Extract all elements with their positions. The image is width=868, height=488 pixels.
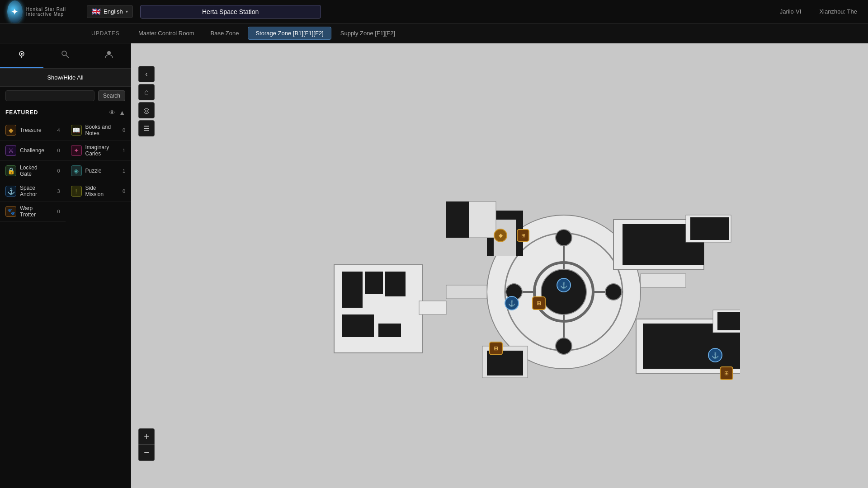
sidebar-user-icon[interactable] bbox=[87, 43, 131, 68]
svg-rect-37 bbox=[717, 312, 740, 330]
category-count-books: 0 bbox=[118, 127, 125, 133]
svg-text:⊞: ⊞ bbox=[724, 370, 729, 376]
svg-point-3 bbox=[62, 51, 66, 56]
language-label: English bbox=[104, 8, 123, 15]
sidebar-search-icon[interactable] bbox=[43, 43, 87, 68]
category-name-puzzle: Puzzle bbox=[85, 168, 115, 174]
svg-rect-12 bbox=[419, 301, 446, 314]
svg-line-4 bbox=[66, 55, 69, 58]
nav-location-jarilo[interactable]: Jarilo-VI bbox=[776, 6, 805, 17]
featured-header: FEATURED 👁 ▲ bbox=[0, 105, 131, 120]
side-mission-icon: ! bbox=[71, 186, 82, 197]
map-svg-container: ◆ ⊞ ⊞ ⊞ bbox=[333, 147, 740, 384]
svg-text:⊞: ⊞ bbox=[494, 345, 498, 352]
svg-text:⚓: ⚓ bbox=[508, 300, 516, 307]
svg-point-24 bbox=[605, 284, 622, 300]
zoom-in-button[interactable]: + bbox=[138, 428, 155, 445]
category-count-warp-trotter: 0 bbox=[53, 209, 60, 214]
category-grid: ◆ Treasure 4 📖 Books and Notes 0 ⚔ Chall… bbox=[0, 120, 131, 222]
marker-treasure-2[interactable]: ⊞ bbox=[517, 230, 529, 241]
marker-anchor-1[interactable]: ⚓ bbox=[505, 296, 519, 310]
category-name-books: Books and Notes bbox=[85, 124, 115, 136]
svg-rect-11 bbox=[378, 324, 401, 337]
map-svg: ◆ ⊞ ⊞ ⊞ bbox=[333, 147, 740, 382]
category-item-warp-trotter[interactable]: 🐾 Warp Trotter 0 bbox=[0, 202, 66, 222]
svg-rect-9 bbox=[385, 272, 406, 296]
category-item-space-anchor[interactable]: ⚓ Space Anchor 3 bbox=[0, 181, 66, 202]
map-target-button[interactable]: ◎ bbox=[138, 102, 155, 118]
eye-icon[interactable]: 👁 bbox=[109, 109, 115, 116]
svg-point-5 bbox=[107, 51, 111, 55]
svg-rect-32 bbox=[690, 217, 729, 240]
top-nav: ✦ Honkai Star Rail Interactive Map 🇬🇧 En… bbox=[0, 0, 868, 23]
map-area[interactable]: ‹ ⌂ ◎ ☰ + − bbox=[131, 43, 868, 488]
category-item-treasure[interactable]: ◆ Treasure 4 bbox=[0, 120, 66, 141]
chevron-down-icon: ▾ bbox=[126, 9, 128, 14]
zoom-out-button[interactable]: − bbox=[138, 445, 155, 461]
category-item-books[interactable]: 📖 Books and Notes 0 bbox=[66, 120, 131, 141]
treasure-icon: ◆ bbox=[5, 125, 16, 136]
search-button[interactable]: Search bbox=[98, 90, 125, 101]
nav-location-xianzhou[interactable]: Xianzhou: The bbox=[816, 6, 861, 17]
current-location-button[interactable]: Herta Space Station bbox=[140, 5, 321, 19]
map-list-button[interactable]: ☰ bbox=[138, 120, 155, 136]
category-item-challenge[interactable]: ⚔ Challenge 0 bbox=[0, 141, 66, 161]
category-name-locked-gate: Locked Gate bbox=[20, 164, 49, 177]
category-count-puzzle: 1 bbox=[118, 168, 125, 174]
category-name-space-anchor: Space Anchor bbox=[20, 185, 49, 197]
svg-rect-28 bbox=[446, 202, 469, 238]
logo-area: ✦ Honkai Star Rail Interactive Map bbox=[7, 0, 80, 23]
map-back-button[interactable]: ‹ bbox=[138, 66, 155, 82]
svg-text:⚓: ⚓ bbox=[560, 282, 568, 289]
category-count-treasure: 4 bbox=[53, 127, 60, 133]
category-name-warp-trotter: Warp Trotter bbox=[20, 205, 49, 218]
show-hide-all-button[interactable]: Show/Hide All bbox=[0, 69, 131, 87]
svg-rect-7 bbox=[342, 272, 363, 308]
marker-anchor-2[interactable]: ⚓ bbox=[557, 278, 571, 292]
map-home-button[interactable]: ⌂ bbox=[138, 84, 155, 100]
category-list: ◆ Treasure 4 📖 Books and Notes 0 ⚔ Chall… bbox=[0, 120, 131, 488]
app-logo: ✦ bbox=[7, 0, 23, 23]
svg-point-1 bbox=[21, 53, 23, 55]
warp-trotter-icon: 🐾 bbox=[5, 206, 16, 217]
challenge-icon: ⚔ bbox=[5, 145, 16, 156]
svg-text:⚓: ⚓ bbox=[712, 352, 719, 359]
marker-treasure-1[interactable]: ◆ bbox=[494, 229, 507, 242]
svg-rect-33 bbox=[641, 274, 686, 287]
svg-text:⊞: ⊞ bbox=[521, 233, 525, 238]
tab-base-zone[interactable]: Base Zone bbox=[203, 27, 246, 39]
svg-rect-8 bbox=[365, 272, 383, 294]
sidebar-map-icon[interactable] bbox=[0, 43, 43, 68]
logo-text: Honkai Star Rail Interactive Map bbox=[26, 7, 80, 17]
locked-gate-icon: 🔒 bbox=[5, 165, 16, 176]
search-input[interactable] bbox=[5, 90, 94, 101]
category-count-challenge: 0 bbox=[53, 148, 60, 153]
sidebar: Show/Hide All Search FEATURED 👁 ▲ ◆ Trea… bbox=[0, 43, 131, 488]
marker-treasure-4[interactable]: ⊞ bbox=[490, 342, 502, 355]
collapse-button[interactable]: ▲ bbox=[119, 109, 125, 116]
main-content: Show/Hide All Search FEATURED 👁 ▲ ◆ Trea… bbox=[0, 43, 868, 488]
updates-button[interactable]: UPDATES bbox=[84, 27, 127, 40]
category-item-locked-gate[interactable]: 🔒 Locked Gate 0 bbox=[0, 161, 66, 181]
puzzle-icon: ◈ bbox=[71, 165, 82, 176]
featured-icons: 👁 ▲ bbox=[109, 109, 125, 116]
imaginary-icon: ✦ bbox=[71, 145, 82, 156]
books-icon: 📖 bbox=[71, 125, 82, 136]
marker-treasure-3[interactable]: ⊞ bbox=[533, 297, 545, 310]
map-zoom-controls: + − bbox=[138, 428, 155, 461]
marker-treasure-5[interactable]: ⊞ bbox=[720, 367, 733, 380]
tab-master-control[interactable]: Master Control Room bbox=[131, 27, 202, 39]
category-item-side-mission[interactable]: ! Side Mission 0 bbox=[66, 181, 131, 202]
featured-label: FEATURED bbox=[5, 109, 38, 116]
category-item-puzzle[interactable]: ◈ Puzzle 1 bbox=[66, 161, 131, 181]
other-locations: Jarilo-VI Xianzhou: The bbox=[776, 6, 861, 17]
category-item-imaginary[interactable]: ✦ Imaginary Caries 1 bbox=[66, 141, 131, 161]
sidebar-icon-row bbox=[0, 43, 131, 69]
language-selector[interactable]: 🇬🇧 English ▾ bbox=[87, 5, 133, 18]
tab-supply-zone[interactable]: Supply Zone [F1][F2] bbox=[333, 27, 402, 39]
marker-anchor-3[interactable]: ⚓ bbox=[708, 348, 722, 362]
tab-storage-zone[interactable]: Storage Zone [B1][F1][F2] bbox=[248, 27, 331, 40]
svg-point-22 bbox=[556, 338, 572, 354]
category-name-side-mission: Side Mission bbox=[85, 185, 115, 197]
svg-point-21 bbox=[556, 230, 572, 246]
